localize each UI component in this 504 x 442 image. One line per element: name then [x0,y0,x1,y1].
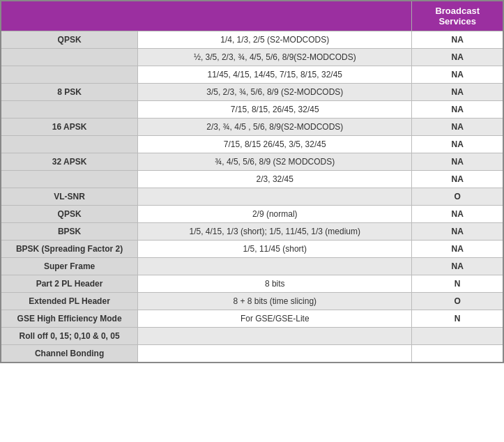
broadcast-services-cell: O [412,188,503,206]
modulation-cell: Part 2 PL Header [1,275,138,293]
broadcast-services-cell: NA [412,258,503,275]
broadcast-services-cell [412,345,503,363]
table-row: Extended PL Header8 + 8 bits (time slici… [1,293,503,310]
table-row: Roll off 0, 15; 0,10 & 0, 05 [1,328,503,345]
codes-cell: 8 + 8 bits (time slicing) [138,293,412,310]
codes-cell: 3/5, 2/3, ¾, 5/6, 8/9 (S2-MODCODS) [138,84,412,101]
modulation-cell: Extended PL Header [1,293,138,310]
table-row: 2/3, 32/45NA [1,171,503,188]
broadcast-services-cell: NA [412,153,503,171]
modulation-cell [1,66,138,84]
table-row: Part 2 PL Header8 bitsN [1,275,503,293]
codes-cell [138,328,412,345]
codes-cell: 1/5, 11/45 (short) [138,241,412,258]
table-row: 11/45, 4/15, 14/45, 7/15, 8/15, 32/45NA [1,66,503,84]
broadcast-services-cell: NA [412,66,503,84]
codes-cell: 8 bits [138,275,412,293]
modulation-cell: BPSK (Spreading Factor 2) [1,241,138,258]
codes-cell [138,345,412,363]
broadcast-services-cell: NA [412,171,503,188]
modulation-cell [1,171,138,188]
table-row: GSE High Efficiency ModeFor GSE/GSE-Lite… [1,310,503,328]
main-table: BroadcastServices QPSK1/4, 1/3, 2/5 (S2-… [0,0,504,363]
broadcast-services-cell: N [412,310,503,328]
codes-cell: For GSE/GSE-Lite [138,310,412,328]
broadcast-services-cell: O [412,293,503,310]
broadcast-services-cell [412,328,503,345]
table-row: QPSK2/9 (normal)NA [1,206,503,223]
table-row: 8 PSK3/5, 2/3, ¾, 5/6, 8/9 (S2-MODCODS)N… [1,84,503,101]
modulation-cell [1,49,138,66]
table-row: 16 APSK2/3, ¾, 4/5 , 5/6, 8/9(S2-MODCODS… [1,119,503,136]
table-row: QPSK1/4, 1/3, 2/5 (S2-MODCODS)NA [1,31,503,49]
broadcast-services-cell: NA [412,49,503,66]
broadcast-services-cell: NA [412,119,503,136]
table-row: Super FrameNA [1,258,503,275]
broadcast-services-cell: NA [412,206,503,223]
broadcast-services-cell: NA [412,84,503,101]
broadcast-services-header: BroadcastServices [412,1,503,31]
modulation-cell: BPSK [1,223,138,241]
table-row: ½, 3/5, 2/3, ¾, 4/5, 5/6, 8/9(S2-MODCODS… [1,49,503,66]
modulation-cell: Roll off 0, 15; 0,10 & 0, 05 [1,328,138,345]
table-row: 7/15, 8/15 26/45, 3/5, 32/45NA [1,136,503,153]
broadcast-services-cell: NA [412,136,503,153]
modulation-cell: GSE High Efficiency Mode [1,310,138,328]
table-row: Channel Bonding [1,345,503,363]
codes-cell: 2/9 (normal) [138,206,412,223]
modulation-cell [1,136,138,153]
broadcast-services-cell: NA [412,31,503,49]
modulation-cell: 8 PSK [1,84,138,101]
codes-cell: 1/4, 1/3, 2/5 (S2-MODCODS) [138,31,412,49]
codes-cell: 11/45, 4/15, 14/45, 7/15, 8/15, 32/45 [138,66,412,84]
modulation-cell [1,101,138,119]
table-row: 7/15, 8/15, 26/45, 32/45NA [1,101,503,119]
table-row: 32 APSK¾, 4/5, 5/6, 8/9 (S2 MODCODS)NA [1,153,503,171]
codes-cell: 7/15, 8/15 26/45, 3/5, 32/45 [138,136,412,153]
codes-cell: 1/5, 4/15, 1/3 (short); 1/5, 11/45, 1/3 … [138,223,412,241]
table-row: BPSK (Spreading Factor 2)1/5, 11/45 (sho… [1,241,503,258]
codes-cell: ½, 3/5, 2/3, ¾, 4/5, 5/6, 8/9(S2-MODCODS… [138,49,412,66]
modulation-cell: QPSK [1,206,138,223]
codes-cell: 2/3, 32/45 [138,171,412,188]
codes-cell: ¾, 4/5, 5/6, 8/9 (S2 MODCODS) [138,153,412,171]
codes-cell [138,188,412,206]
broadcast-services-cell: N [412,275,503,293]
modulation-cell: 32 APSK [1,153,138,171]
header-row: BroadcastServices [1,1,503,31]
modulation-cell: 16 APSK [1,119,138,136]
table-row: BPSK1/5, 4/15, 1/3 (short); 1/5, 11/45, … [1,223,503,241]
modulation-cell: Super Frame [1,258,138,275]
system-config-header [1,1,412,31]
table-row: VL-SNRO [1,188,503,206]
codes-cell: 2/3, ¾, 4/5 , 5/6, 8/9(S2-MODCODS) [138,119,412,136]
broadcast-services-cell: NA [412,241,503,258]
modulation-cell: Channel Bonding [1,345,138,363]
codes-cell [138,258,412,275]
codes-cell: 7/15, 8/15, 26/45, 32/45 [138,101,412,119]
modulation-cell: QPSK [1,31,138,49]
broadcast-services-cell: NA [412,223,503,241]
modulation-cell: VL-SNR [1,188,138,206]
broadcast-services-cell: NA [412,101,503,119]
